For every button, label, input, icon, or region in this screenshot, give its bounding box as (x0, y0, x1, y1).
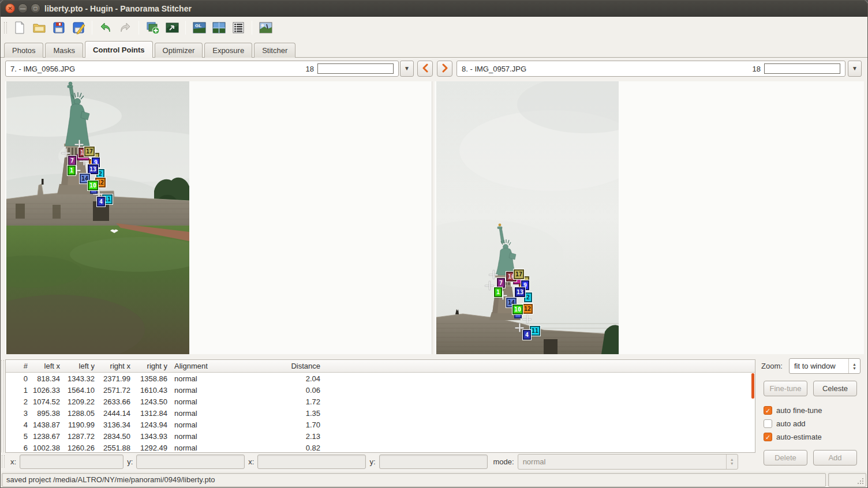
control-point-table-icon (231, 21, 245, 35)
celeste-button-toolbar[interactable] (257, 19, 274, 36)
column-header[interactable]: # (6, 362, 28, 370)
table-row[interactable]: 41438.871190.993136.341243.94normal1.70 (6, 419, 755, 430)
tab-control-points[interactable]: Control Points (85, 41, 153, 58)
control-point-marker[interactable]: 7 (68, 156, 76, 166)
control-point-marker[interactable]: 7 (497, 278, 505, 288)
table-body: 0818.341343.322371.991358.86normal2.0411… (6, 373, 755, 453)
right-photo[interactable]: 1617971213141210114 (436, 81, 619, 354)
right-x-input[interactable] (257, 455, 366, 469)
fine-tune-button[interactable]: Fine-tune (764, 381, 807, 396)
table-grip[interactable] (1, 360, 4, 452)
checkbox-label: auto fine-tune (776, 406, 822, 415)
spinner-arrows-icon[interactable]: ▲▼ (848, 359, 860, 373)
close-button[interactable]: ✕ (5, 3, 15, 13)
left-photo[interactable]: 1617971213141210114 (6, 81, 189, 354)
new-project-button[interactable] (11, 19, 28, 36)
right-y-input[interactable] (379, 455, 488, 469)
tab-optimizer[interactable]: Optimizer (155, 43, 203, 58)
redo-button[interactable] (117, 19, 134, 36)
control-point-marker[interactable]: 2 (524, 292, 532, 302)
tab-photos[interactable]: Photos (4, 43, 43, 58)
right-image-selector[interactable]: 8. - IMG_0957.JPG 18 (457, 61, 845, 77)
left-image-name: 7. - IMG_0956.JPG (10, 65, 306, 73)
toolbar: GL (1, 17, 867, 39)
add-button[interactable]: Add (813, 450, 857, 466)
table-row[interactable]: 21074.521209.222633.661243.50normal1.72 (6, 396, 755, 407)
left-cp-count: 18 (306, 65, 314, 73)
column-header[interactable]: Alignment (167, 362, 254, 370)
control-point-marker[interactable]: 10 (88, 181, 98, 190)
tab-masks[interactable]: Masks (45, 43, 83, 58)
left-x-input[interactable] (20, 455, 124, 469)
mode-select[interactable]: normal ▲▼ (518, 454, 738, 470)
column-header[interactable]: Distance (254, 362, 320, 370)
table-cell: 1026.33 (28, 386, 60, 395)
control-point-marker[interactable]: 13 (515, 287, 525, 297)
maximize-button[interactable]: ▢ (31, 3, 40, 13)
left-x-label: x: (10, 457, 16, 466)
delete-button[interactable]: Delete (764, 450, 807, 466)
checkbox-auto-estimate[interactable]: ✓auto-estimate (764, 430, 822, 444)
table-cell: 818.34 (28, 374, 60, 383)
control-point-table-button[interactable] (230, 19, 247, 36)
tab-stitcher[interactable]: Stitcher (254, 43, 295, 58)
control-point-marker[interactable]: 1 (68, 166, 76, 175)
right-image-name: 8. - IMG_0957.JPG (462, 65, 753, 73)
control-point-marker[interactable]: 17 (84, 147, 95, 156)
table-row[interactable]: 0818.341343.322371.991358.86normal2.04 (6, 373, 755, 384)
column-header[interactable]: left y (60, 362, 95, 370)
control-point-marker[interactable]: 1 (494, 287, 502, 297)
column-header[interactable]: left x (28, 362, 60, 370)
table-scrollbar[interactable] (751, 373, 754, 399)
toolbar-grip[interactable] (4, 22, 7, 33)
column-header[interactable]: right y (130, 362, 167, 370)
coord-bar-grip[interactable] (2, 455, 5, 468)
add-images-button[interactable] (144, 19, 161, 36)
table-cell: 0.82 (254, 444, 320, 452)
open-project-button[interactable] (31, 19, 48, 36)
control-point-marker[interactable]: 13 (88, 164, 98, 174)
control-point-marker[interactable]: 12 (522, 304, 533, 314)
right-selector-dropdown-button[interactable]: ▼ (848, 61, 862, 77)
save-project-button[interactable] (50, 19, 68, 36)
control-point-marker[interactable]: 4 (523, 330, 531, 340)
toolbar-separator (92, 21, 92, 35)
zoom-select[interactable]: fit to window ▲▼ (789, 358, 860, 374)
control-point-marker[interactable]: 4 (97, 197, 105, 207)
minimize-button[interactable]: — (18, 3, 28, 13)
resize-grip-icon[interactable] (857, 478, 864, 485)
left-y-input[interactable] (136, 455, 245, 469)
gl-preview-button[interactable]: GL (190, 19, 208, 36)
control-point-marker[interactable]: 11 (530, 326, 540, 336)
next-image-pair-button[interactable] (437, 61, 452, 77)
table-cell: normal (167, 409, 254, 418)
undo-button[interactable] (97, 19, 114, 36)
table-row[interactable]: 3895.381288.052444.141312.84normal1.35 (6, 407, 755, 419)
table-cell: 1002.38 (28, 444, 60, 452)
tab-bar: Photos Masks Control Points Optimizer Ex… (4, 41, 297, 58)
table-row[interactable]: 11026.331564.102571.721610.43normal0.06 (6, 384, 755, 396)
left-selector-dropdown-button[interactable]: ▼ (400, 61, 414, 77)
previous-image-pair-button[interactable] (417, 61, 433, 77)
checked-checkbox-icon[interactable]: ✓ (764, 433, 772, 441)
save-as-button[interactable] (70, 19, 87, 36)
titlebar: ✕ — ▢ liberty.pto - Hugin - Panorama Sti… (1, 1, 867, 17)
table-cell: 1343.93 (130, 432, 167, 441)
table-row[interactable]: 51238.671287.722834.501343.93normal2.13 (6, 430, 755, 442)
unchecked-checkbox-icon[interactable] (764, 419, 772, 428)
left-cp-progress (317, 63, 394, 74)
column-header[interactable]: right x (95, 362, 130, 370)
checkbox-auto-add[interactable]: auto add (764, 417, 822, 430)
preview-panorama-button[interactable] (210, 19, 227, 36)
tab-exposure[interactable]: Exposure (204, 43, 252, 58)
checkbox-auto-fine-tune[interactable]: ✓auto fine-tune (764, 404, 822, 417)
left-image-selector[interactable]: 7. - IMG_0956.JPG 18 (5, 61, 399, 77)
add-time-series-button[interactable] (163, 19, 181, 36)
checked-checkbox-icon[interactable]: ✓ (764, 406, 772, 415)
checkbox-label: auto add (776, 419, 806, 428)
left-y-label: y: (127, 457, 133, 466)
control-point-marker[interactable]: 10 (512, 305, 523, 314)
table-cell: 1074.52 (28, 397, 60, 406)
celeste-button[interactable]: Celeste (813, 381, 857, 396)
control-point-marker[interactable]: 17 (514, 269, 524, 279)
